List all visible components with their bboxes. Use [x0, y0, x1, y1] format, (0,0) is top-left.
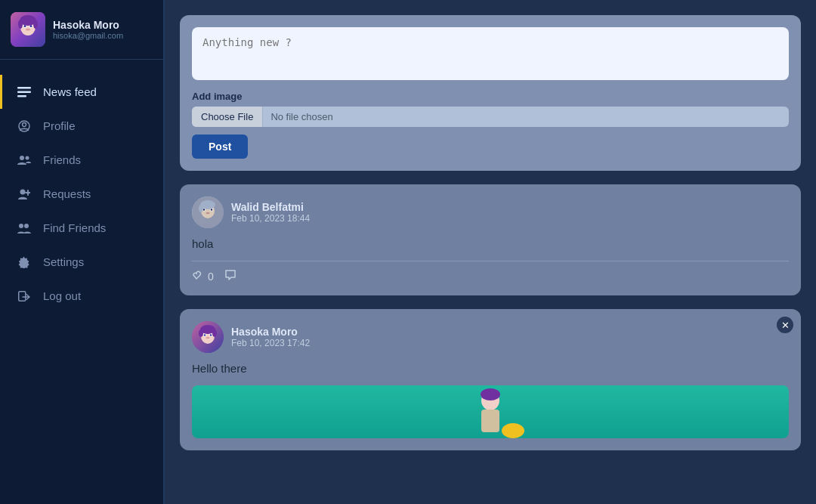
post-header-hasoka: Hasoka Moro Feb 10, 2023 17:42 [192, 321, 789, 353]
file-chosen-text: No file chosen [263, 107, 340, 127]
find-friends-icon [16, 223, 32, 233]
post-avatar-walid [192, 196, 224, 228]
svg-point-15 [20, 156, 24, 160]
svg-rect-10 [17, 87, 31, 89]
main-content: Add image Choose File No file chosen Pos… [165, 0, 816, 504]
like-count-walid: 0 [208, 271, 214, 283]
avatar [11, 12, 45, 47]
sidebar-item-newsfeed-label: News feed [43, 85, 97, 98]
post-meta-hasoka: Hasoka Moro Feb 10, 2023 17:42 [231, 326, 310, 348]
svg-point-17 [20, 190, 26, 195]
user-name: Hasoka Moro [53, 19, 123, 31]
composer-textarea[interactable] [192, 27, 789, 80]
svg-point-36 [204, 334, 206, 335]
sidebar-item-logout[interactable]: Log out [0, 279, 163, 313]
newsfeed-icon [16, 87, 32, 97]
post-header: Walid Belfatmi Feb 10, 2023 18:44 [192, 196, 789, 228]
requests-icon [16, 188, 32, 199]
svg-rect-45 [481, 410, 499, 432]
post-content-walid: hola [192, 237, 789, 250]
user-email: hisoka@gmail.com [53, 31, 123, 40]
nav-items: News feed Profile Friends [0, 60, 163, 504]
like-action-walid[interactable]: 0 [192, 269, 214, 283]
choose-file-button[interactable]: Choose File [192, 107, 263, 127]
like-icon [192, 269, 204, 283]
post-card-hasoka: ✕ [180, 309, 801, 450]
sidebar-item-friends[interactable]: Friends [0, 143, 163, 177]
profile-icon [16, 120, 32, 132]
svg-point-29 [206, 212, 210, 214]
svg-point-37 [210, 334, 212, 335]
svg-point-14 [23, 122, 26, 126]
svg-point-27 [203, 209, 205, 210]
logout-icon [16, 291, 32, 301]
svg-point-38 [206, 337, 210, 339]
post-avatar-hasoka [192, 321, 224, 353]
post-image-hasoka [192, 385, 789, 438]
svg-point-41 [212, 329, 217, 337]
post-meta-walid: Walid Belfatmi Feb 10, 2023 18:44 [231, 201, 310, 224]
file-input-row: Choose File No file chosen [192, 107, 789, 127]
sidebar-item-friends-label: Friends [43, 153, 81, 166]
sidebar-item-profile-label: Profile [43, 119, 76, 132]
sidebar-item-newsfeed[interactable]: News feed [0, 75, 163, 109]
sidebar-item-find-friends[interactable]: Find Friends [0, 211, 163, 245]
svg-point-16 [26, 156, 29, 160]
comment-action-walid[interactable] [224, 269, 236, 283]
sidebar: Hasoka Moro hisoka@gmail.com News feed [0, 0, 165, 504]
composer-card: Add image Choose File No file chosen Pos… [180, 15, 801, 171]
sidebar-item-profile[interactable]: Profile [0, 109, 163, 143]
post-content-hasoka: Hello there [192, 362, 789, 375]
sidebar-item-requests[interactable]: Requests [0, 177, 163, 211]
post-author-walid: Walid Belfatmi [231, 201, 310, 213]
svg-rect-12 [17, 95, 26, 97]
post-time-walid: Feb 10, 2023 18:44 [231, 213, 310, 224]
add-image-label: Add image [192, 91, 789, 102]
sidebar-item-requests-label: Requests [43, 187, 91, 200]
sidebar-item-settings-label: Settings [43, 255, 84, 268]
svg-rect-22 [19, 291, 26, 301]
svg-point-9 [33, 20, 38, 29]
user-info: Hasoka Moro hisoka@gmail.com [53, 19, 123, 40]
svg-point-31 [199, 205, 203, 212]
sidebar-item-logout-label: Log out [43, 289, 81, 302]
settings-icon [16, 256, 32, 268]
comment-icon [224, 269, 236, 283]
friends-icon [16, 155, 32, 165]
delete-post-button[interactable]: ✕ [777, 317, 793, 333]
post-author-hasoka: Hasoka Moro [231, 326, 310, 338]
svg-rect-11 [17, 91, 31, 93]
svg-point-6 [26, 29, 30, 31]
svg-point-8 [18, 20, 23, 29]
svg-point-40 [199, 329, 203, 337]
svg-point-44 [481, 388, 500, 400]
svg-point-20 [19, 224, 23, 228]
post-time-hasoka: Feb 10, 2023 17:42 [231, 338, 310, 348]
svg-point-21 [24, 224, 29, 228]
sidebar-item-settings[interactable]: Settings [0, 245, 163, 279]
post-footer-walid: 0 [192, 261, 789, 283]
post-button[interactable]: Post [192, 135, 248, 159]
sidebar-item-find-friends-label: Find Friends [43, 221, 106, 234]
svg-point-28 [211, 209, 212, 210]
svg-point-46 [502, 423, 524, 438]
user-profile: Hasoka Moro hisoka@gmail.com [0, 0, 163, 60]
post-card: Walid Belfatmi Feb 10, 2023 18:44 hola 0 [180, 184, 801, 295]
content-scroll[interactable]: Add image Choose File No file chosen Pos… [165, 0, 816, 504]
close-icon: ✕ [781, 320, 790, 331]
